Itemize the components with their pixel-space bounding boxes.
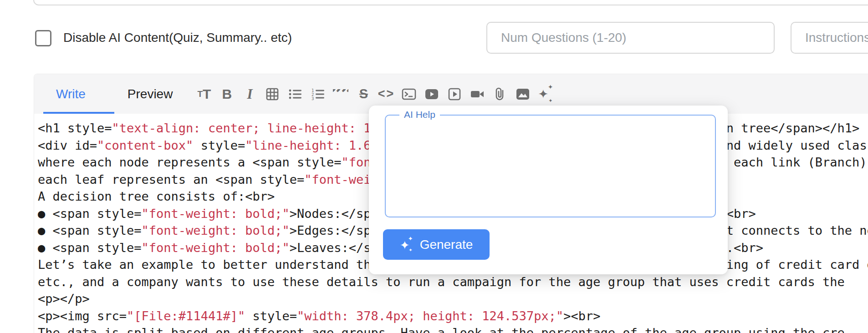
previous-field-remnant [33,0,868,5]
bold-icon[interactable]: B [219,86,235,102]
disable-ai-checkbox[interactable] [35,30,51,46]
code-line: <p></p> [38,290,868,308]
code-icon[interactable]: <> [378,86,394,102]
italic-icon[interactable]: I [242,86,257,102]
svg-text:3: 3 [311,96,314,101]
generate-label: Generate [420,237,473,252]
strikethrough-icon[interactable]: S [356,86,371,102]
play-video-icon[interactable] [447,86,462,102]
table-icon[interactable] [265,86,280,102]
code-line: The data is split based on different age… [38,324,868,333]
youtube-icon[interactable] [424,86,439,102]
editor-toolbar: TT B I 123 ”” S <> [196,86,553,102]
bulleted-list-icon[interactable] [287,86,303,102]
attachment-icon[interactable] [492,86,508,102]
terminal-icon[interactable] [401,86,417,102]
disable-ai-label: Disable AI Content(Quiz, Summary.. etc) [63,30,292,45]
tab-write[interactable]: Write [56,87,86,101]
code-line: etc., and a company wants to use these d… [38,273,868,291]
instructions-input[interactable] [791,22,868,54]
ai-sparkle-icon[interactable]: ✦✦✦ [538,86,553,102]
text-size-icon[interactable]: TT [196,86,212,102]
quote-icon[interactable]: ”” [333,89,348,99]
generate-button[interactable]: ✦✦✦ Generate [383,229,490,260]
ai-help-textarea[interactable] [388,118,712,214]
code-line: <p><img src="[File:#11441#]" style="widt… [38,308,868,325]
sparkle-icon: ✦✦✦ [400,238,414,252]
num-questions-input[interactable] [486,22,775,54]
tab-preview[interactable]: Preview [128,87,173,101]
numbered-list-icon[interactable]: 123 [310,86,326,102]
image-icon[interactable] [515,86,531,102]
ai-help-field: AI Help [385,115,716,217]
video-camera-icon[interactable] [470,86,485,102]
ai-help-popup: AI Help ✦✦✦ Generate [369,106,728,274]
